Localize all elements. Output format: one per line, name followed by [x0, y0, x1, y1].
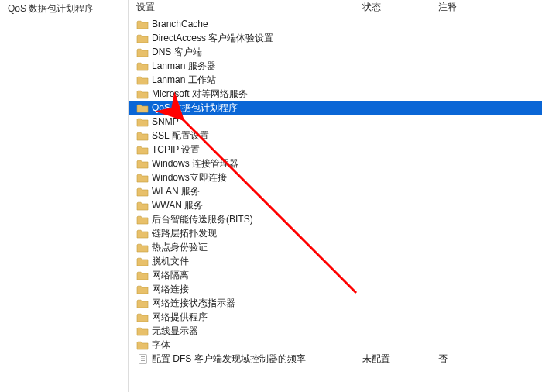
column-header-state[interactable]: 状态: [362, 1, 438, 14]
list-item[interactable]: 网络连接状态指示器: [129, 296, 542, 310]
item-label: SSL 配置设置: [152, 129, 209, 143]
list-item[interactable]: SNMP: [129, 115, 542, 129]
list-item[interactable]: 后台智能传送服务(BITS): [129, 212, 542, 226]
setting-icon: [136, 353, 149, 364]
column-header: 设置 状态 注释: [129, 0, 542, 15]
item-label: 链路层拓扑发现: [152, 227, 217, 240]
list-item[interactable]: 网络连接: [129, 282, 542, 296]
folder-icon: [136, 186, 149, 197]
column-header-comment[interactable]: 注释: [438, 1, 500, 14]
svg-rect-0: [139, 354, 146, 363]
folder-icon: [136, 102, 149, 113]
item-name-cell: Lanman 工作站: [136, 74, 362, 87]
item-label: 网络连接状态指示器: [152, 297, 235, 310]
list-item[interactable]: 无线显示器: [129, 324, 542, 338]
item-label: 热点身份验证: [152, 241, 208, 254]
item-comment: 否: [438, 352, 500, 366]
list-item[interactable]: 脱机文件: [129, 254, 542, 268]
list-item[interactable]: SSL 配置设置: [129, 129, 542, 143]
list-item[interactable]: Lanman 工作站: [129, 73, 542, 87]
item-label: 配置 DFS 客户端发现域控制器的频率: [152, 352, 306, 366]
list-item[interactable]: 配置 DFS 客户端发现域控制器的频率未配置否: [129, 352, 542, 366]
item-label: WLAN 服务: [152, 185, 200, 198]
item-name-cell: Microsoft 对等网络服务: [136, 88, 362, 101]
list-item[interactable]: 字体: [129, 338, 542, 352]
item-name-cell: 热点身份验证: [136, 241, 362, 254]
item-name-cell: DNS 客户端: [136, 46, 362, 59]
folder-icon: [136, 284, 149, 294]
item-name-cell: 链路层拓扑发现: [136, 227, 362, 240]
folder-icon: [136, 325, 149, 336]
item-name-cell: Windows立即连接: [136, 171, 362, 184]
list-item[interactable]: QoS 数据包计划程序: [129, 101, 542, 115]
list-item[interactable]: Windows 连接管理器: [129, 156, 542, 170]
item-label: WWAN 服务: [152, 199, 203, 212]
item-label: TCPIP 设置: [152, 143, 200, 156]
item-label: 脱机文件: [152, 255, 189, 268]
item-label: Lanman 服务器: [152, 60, 216, 73]
list-item[interactable]: 网络隔离: [129, 268, 542, 282]
item-label: 网络提供程序: [152, 311, 208, 324]
item-label: Microsoft 对等网络服务: [152, 88, 248, 101]
item-name-cell: 网络连接状态指示器: [136, 297, 362, 310]
folder-icon: [136, 130, 149, 141]
item-label: SNMP: [152, 116, 179, 127]
item-label: DNS 客户端: [152, 46, 202, 59]
item-label: Windows 连接管理器: [152, 157, 238, 170]
column-header-setting[interactable]: 设置: [136, 1, 362, 14]
list-item[interactable]: 链路层拓扑发现: [129, 226, 542, 240]
list-item[interactable]: Windows立即连接: [129, 170, 542, 184]
folder-icon: [136, 228, 149, 239]
folder-icon: [136, 339, 149, 350]
list-item[interactable]: DirectAccess 客户端体验设置: [129, 31, 542, 45]
folder-icon: [136, 172, 149, 183]
item-label: QoS 数据包计划程序: [152, 101, 238, 115]
item-name-cell: QoS 数据包计划程序: [136, 101, 362, 115]
item-name-cell: 配置 DFS 客户端发现域控制器的频率: [136, 352, 362, 366]
left-panel: QoS 数据包计划程序: [0, 0, 129, 392]
item-name-cell: DirectAccess 客户端体验设置: [136, 32, 362, 45]
folder-icon: [136, 46, 149, 57]
item-name-cell: 无线显示器: [136, 325, 362, 338]
settings-list[interactable]: BranchCacheDirectAccess 客户端体验设置DNS 客户端La…: [129, 15, 542, 392]
list-item[interactable]: 热点身份验证: [129, 240, 542, 254]
list-item[interactable]: Microsoft 对等网络服务: [129, 87, 542, 101]
item-label: Lanman 工作站: [152, 74, 216, 87]
list-item[interactable]: WWAN 服务: [129, 198, 542, 212]
folder-icon: [136, 158, 149, 169]
item-name-cell: SNMP: [136, 116, 362, 127]
folder-icon: [136, 144, 149, 155]
app-root: QoS 数据包计划程序 设置 状态 注释 BranchCacheDirectAc…: [0, 0, 542, 392]
item-name-cell: 脱机文件: [136, 255, 362, 268]
folder-icon: [136, 116, 149, 127]
folder-icon: [136, 214, 149, 225]
item-name-cell: BranchCache: [136, 19, 362, 29]
item-label: 字体: [152, 339, 170, 352]
item-name-cell: 字体: [136, 339, 362, 352]
list-item[interactable]: 网络提供程序: [129, 310, 542, 324]
item-state: 未配置: [362, 352, 438, 366]
item-name-cell: Lanman 服务器: [136, 60, 362, 73]
item-label: BranchCache: [152, 19, 208, 29]
item-name-cell: 网络隔离: [136, 269, 362, 282]
list-item[interactable]: TCPIP 设置: [129, 143, 542, 156]
list-item[interactable]: DNS 客户端: [129, 45, 542, 59]
folder-icon: [136, 33, 149, 43]
item-name-cell: 后台智能传送服务(BITS): [136, 213, 362, 226]
item-label: 后台智能传送服务(BITS): [152, 213, 253, 226]
list-item[interactable]: WLAN 服务: [129, 184, 542, 198]
item-name-cell: 网络提供程序: [136, 311, 362, 324]
item-label: 网络隔离: [152, 269, 189, 282]
list-item[interactable]: Lanman 服务器: [129, 59, 542, 73]
item-name-cell: WWAN 服务: [136, 199, 362, 212]
folder-icon: [136, 242, 149, 253]
folder-icon: [136, 256, 149, 266]
item-label: 无线显示器: [152, 325, 198, 338]
folder-icon: [136, 74, 149, 85]
list-item[interactable]: BranchCache: [129, 17, 542, 31]
item-label: DirectAccess 客户端体验设置: [152, 32, 273, 45]
item-label: 网络连接: [152, 283, 189, 296]
item-name-cell: SSL 配置设置: [136, 129, 362, 143]
folder-icon: [136, 19, 149, 29]
item-name-cell: Windows 连接管理器: [136, 157, 362, 170]
